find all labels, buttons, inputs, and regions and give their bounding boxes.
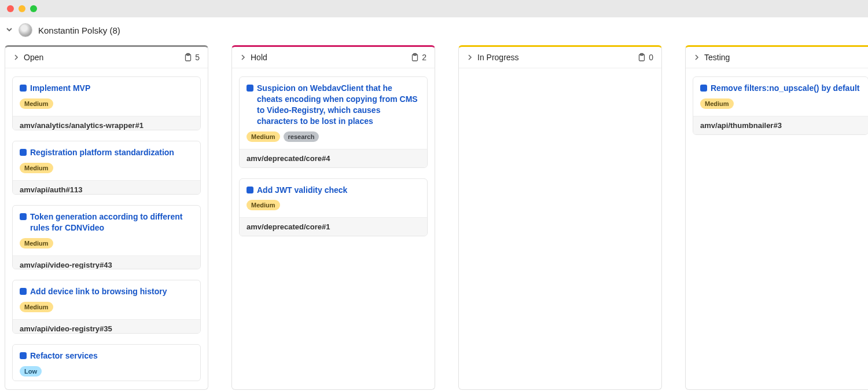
column-open: Open5Implement MVPMediumamv/analytics/an…	[5, 45, 208, 390]
card-title[interactable]: Refactor services	[30, 350, 98, 361]
clipboard-icon	[637, 53, 646, 62]
window-close-button[interactable]	[7, 5, 14, 12]
card-reference[interactable]: amv/api/auth#113	[13, 180, 200, 195]
card-title[interactable]: Registration platform standardization	[30, 147, 174, 158]
column-count-value: 2	[422, 53, 426, 62]
window-maximize-button[interactable]	[30, 5, 37, 12]
issue-type-icon	[700, 85, 707, 92]
card-title-row: Refactor services	[20, 350, 98, 361]
column-body: Implement MVPMediumamv/analytics/analyti…	[5, 68, 208, 389]
column-header[interactable]: In Progress0	[459, 47, 661, 68]
column-body	[459, 68, 661, 85]
column-count: 5	[183, 53, 200, 62]
card-body: Add JWT validity checkMedium	[240, 179, 427, 218]
label-badge[interactable]: Medium	[20, 98, 53, 109]
card-title-row: Token generation according to different …	[20, 211, 193, 233]
card-title[interactable]: Add device link to browsing history	[30, 286, 167, 297]
label-badge[interactable]: research	[284, 131, 319, 142]
column-body: Suspicion on WebdavClient that he cheats…	[232, 68, 435, 244]
card-labels: Medium	[20, 302, 53, 312]
issue-type-icon	[20, 352, 27, 359]
card-title[interactable]: Remove filters:no_upscale() by default	[711, 83, 860, 94]
card-reference[interactable]: amv/deprecated/core#1	[240, 217, 427, 236]
clipboard-icon	[410, 53, 420, 62]
column-title: Hold	[251, 53, 410, 62]
card-title-row: Implement MVP	[20, 83, 90, 94]
window-minimize-button[interactable]	[19, 5, 25, 12]
issue-type-icon	[20, 213, 27, 220]
column-header[interactable]: Open5	[5, 47, 208, 68]
card-labels: Medium	[700, 98, 734, 109]
label-badge[interactable]: Low	[20, 366, 42, 377]
collapse-column-icon[interactable]	[467, 54, 473, 60]
column-count: 0	[637, 53, 653, 62]
card-reference[interactable]: amv/api/video-registry#35	[13, 319, 200, 334]
issue-type-icon	[247, 187, 253, 193]
label-badge[interactable]: Medium	[20, 238, 53, 249]
collapse-column-icon[interactable]	[240, 54, 246, 60]
card-title[interactable]: Implement MVP	[30, 83, 90, 94]
card-labels: Low	[20, 366, 42, 377]
column-title: Open	[24, 53, 183, 62]
card[interactable]: Add JWT validity checkMediumamv/deprecat…	[239, 178, 428, 237]
column-header[interactable]: Hold2	[232, 47, 435, 68]
card-title[interactable]: Suspicion on WebdavClient that he cheats…	[257, 83, 420, 127]
card-title-row: Registration platform standardization	[20, 147, 174, 158]
card[interactable]: Implement MVPMediumamv/analytics/analyti…	[12, 76, 201, 130]
column-hold: Hold2Suspicion on WebdavClient that he c…	[231, 45, 435, 390]
label-badge[interactable]: Medium	[247, 131, 280, 142]
card-title-row: Add JWT validity check	[247, 185, 347, 196]
label-badge[interactable]: Medium	[247, 200, 280, 210]
column-count-value: 5	[195, 53, 200, 62]
card-body: Remove filters:no_upscale() by defaultMe…	[693, 77, 868, 116]
collapse-swimlane-icon[interactable]	[6, 27, 13, 34]
card-reference[interactable]: amv/deprecated/core#4	[240, 149, 427, 167]
card-body: Add device link to browsing historyMediu…	[13, 280, 200, 319]
avatar	[19, 23, 32, 37]
card-body: Suspicion on WebdavClient that he cheats…	[240, 77, 427, 149]
card-body: Refactor servicesLow	[13, 345, 200, 381]
issue-type-icon	[20, 85, 27, 92]
issue-type-icon	[20, 288, 27, 295]
label-badge[interactable]: Medium	[700, 98, 734, 109]
column-title: In Progress	[477, 53, 637, 62]
user-name: Konstantin Polsky (8)	[38, 25, 120, 35]
card-reference[interactable]: amv/analytics/analytics-wrapper#1	[13, 116, 200, 130]
column-header[interactable]: Testing	[686, 47, 868, 68]
card-reference[interactable]: amv/api/thumbnailer#3	[693, 116, 868, 134]
card-labels: Medium	[20, 163, 53, 173]
card-title-row: Add device link to browsing history	[20, 286, 167, 297]
column-in-progress: In Progress0	[458, 45, 662, 390]
column-title: Testing	[704, 53, 867, 62]
card-title[interactable]: Token generation according to different …	[30, 211, 193, 233]
board: Open5Implement MVPMediumamv/analytics/an…	[0, 44, 868, 390]
card-body: Token generation according to different …	[13, 206, 200, 255]
card-labels: Medium	[247, 200, 280, 210]
card-title[interactable]: Add JWT validity check	[257, 185, 347, 196]
card[interactable]: Registration platform standardizationMed…	[12, 141, 201, 195]
card[interactable]: Remove filters:no_upscale() by defaultMe…	[693, 76, 868, 135]
card-labels: Medium	[20, 238, 53, 249]
card-title-row: Remove filters:no_upscale() by default	[700, 83, 860, 94]
card-labels: Medium	[20, 98, 53, 109]
card-body: Implement MVPMedium	[13, 77, 200, 116]
collapse-column-icon[interactable]	[13, 54, 19, 60]
issue-type-icon	[20, 149, 27, 156]
column-testing: TestingRemove filters:no_upscale() by de…	[685, 45, 868, 390]
clipboard-icon	[183, 53, 193, 62]
swimlane-header[interactable]: Konstantin Polsky (8)	[0, 17, 868, 44]
card[interactable]: Refactor servicesLow	[12, 344, 201, 381]
label-badge[interactable]: Medium	[20, 163, 53, 173]
column-body: Remove filters:no_upscale() by defaultMe…	[686, 68, 868, 143]
label-badge[interactable]: Medium	[20, 302, 53, 312]
card-labels: Mediumresearch	[247, 131, 319, 142]
card[interactable]: Suspicion on WebdavClient that he cheats…	[239, 76, 428, 168]
card[interactable]: Add device link to browsing historyMediu…	[12, 280, 201, 334]
card-body: Registration platform standardizationMed…	[13, 141, 200, 180]
window-chrome	[0, 0, 868, 17]
column-count: 2	[410, 53, 426, 62]
card[interactable]: Token generation according to different …	[12, 205, 201, 269]
collapse-column-icon[interactable]	[694, 54, 700, 60]
column-count-value: 0	[649, 53, 653, 62]
card-reference[interactable]: amv/api/video-registry#43	[13, 255, 200, 269]
